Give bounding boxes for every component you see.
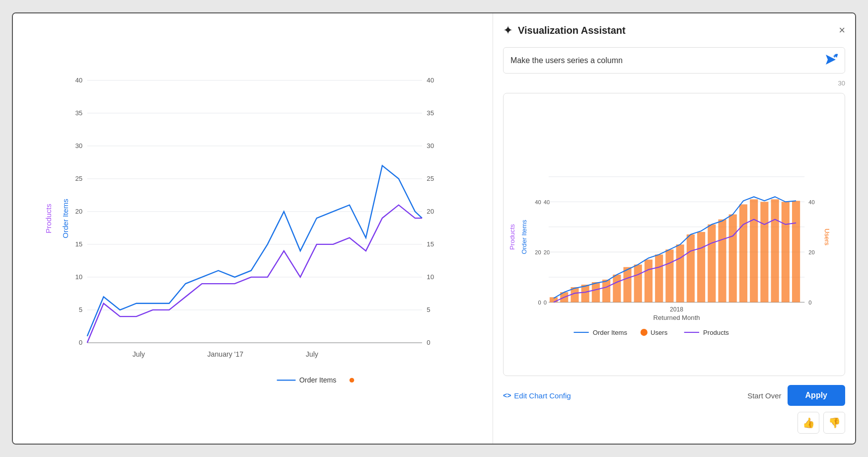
svg-text:Products: Products xyxy=(703,329,729,336)
svg-rect-76 xyxy=(792,201,800,302)
svg-text:25: 25 xyxy=(427,175,434,182)
products-line xyxy=(87,205,422,343)
svg-text:25: 25 xyxy=(75,175,82,182)
panel-footer: <> Edit Chart Config Start Over Apply xyxy=(503,382,845,406)
send-button[interactable] xyxy=(824,53,838,68)
svg-text:5: 5 xyxy=(79,306,82,313)
preview-y-users: Users xyxy=(823,228,831,246)
query-input[interactable]: Make the users series a column xyxy=(510,56,819,65)
apply-button[interactable]: Apply xyxy=(788,385,845,406)
svg-text:January '17: January '17 xyxy=(208,350,244,358)
svg-rect-73 xyxy=(760,202,768,302)
token-count: 30 xyxy=(503,79,845,87)
start-over-button[interactable]: Start Over xyxy=(747,391,781,400)
svg-text:20: 20 xyxy=(544,249,550,255)
preview-y-order-items: Order Items xyxy=(520,220,528,254)
svg-text:Order Items: Order Items xyxy=(299,376,337,384)
panel-header: ✦ Visualization Assistant × xyxy=(503,23,845,41)
svg-text:Users: Users xyxy=(651,329,668,336)
svg-text:40: 40 xyxy=(808,199,814,205)
feedback-row: 👍 👎 xyxy=(503,412,845,434)
chart-preview: Products Order Items 0 20 40 Users 0 20 … xyxy=(503,93,845,376)
users-bars xyxy=(550,199,800,302)
svg-text:0: 0 xyxy=(79,339,82,346)
svg-rect-75 xyxy=(782,202,790,302)
svg-text:0: 0 xyxy=(544,300,547,305)
svg-rect-68 xyxy=(708,225,716,303)
svg-text:20: 20 xyxy=(427,208,434,215)
svg-rect-58 xyxy=(602,280,610,302)
close-button[interactable]: × xyxy=(839,25,845,36)
svg-point-33 xyxy=(350,378,354,382)
svg-rect-67 xyxy=(697,232,705,302)
svg-rect-57 xyxy=(592,282,600,302)
svg-text:10: 10 xyxy=(427,273,434,281)
svg-text:July: July xyxy=(306,350,319,358)
left-y-axis-order-items: Order Items xyxy=(61,199,70,238)
preview-x-tick: 2018 xyxy=(670,306,683,313)
svg-text:20: 20 xyxy=(535,249,541,255)
svg-rect-60 xyxy=(623,267,631,303)
token-count-value: 30 xyxy=(838,79,845,87)
svg-rect-71 xyxy=(739,204,747,302)
svg-text:0: 0 xyxy=(808,300,811,305)
edit-chart-config-button[interactable]: <> Edit Chart Config xyxy=(503,391,571,400)
svg-text:20: 20 xyxy=(808,249,814,255)
svg-text:10: 10 xyxy=(75,273,82,281)
footer-right-actions: Start Over Apply xyxy=(747,385,845,406)
svg-text:40: 40 xyxy=(544,199,550,205)
svg-rect-61 xyxy=(634,265,642,303)
main-container: Products Order Items 0 5 10 15 20 25 30 … xyxy=(12,12,856,445)
svg-rect-69 xyxy=(718,220,726,303)
svg-rect-72 xyxy=(750,199,758,302)
send-icon xyxy=(824,53,838,67)
svg-text:35: 35 xyxy=(427,109,434,117)
visualization-assistant-panel: ✦ Visualization Assistant × Make the use… xyxy=(493,13,855,444)
svg-text:40: 40 xyxy=(427,76,434,84)
svg-text:15: 15 xyxy=(427,240,434,248)
svg-text:40: 40 xyxy=(535,199,541,205)
svg-rect-56 xyxy=(581,285,589,302)
panel-title-group: ✦ Visualization Assistant xyxy=(503,23,626,37)
thumbs-down-button[interactable]: 👎 xyxy=(823,412,845,434)
wand-icon: ✦ xyxy=(503,23,513,37)
order-items-line xyxy=(87,165,422,336)
thumbs-up-button[interactable]: 👍 xyxy=(797,412,819,434)
svg-text:20: 20 xyxy=(75,208,82,215)
svg-rect-63 xyxy=(655,254,663,302)
left-chart-area: Products Order Items 0 5 10 15 20 25 30 … xyxy=(13,13,493,444)
svg-rect-64 xyxy=(665,249,673,302)
svg-rect-66 xyxy=(687,234,695,302)
left-y-axis-products: Products xyxy=(44,204,53,233)
svg-text:30: 30 xyxy=(75,142,82,150)
svg-text:35: 35 xyxy=(75,109,82,117)
preview-x-label: Returned Month xyxy=(653,314,700,321)
preview-products-line xyxy=(554,220,796,303)
preview-order-items-line xyxy=(554,197,796,298)
preview-chart-svg: Products Order Items 0 20 40 Users 0 20 … xyxy=(508,98,840,371)
code-icon: <> xyxy=(503,391,511,399)
svg-text:5: 5 xyxy=(427,306,430,313)
panel-title: Visualization Assistant xyxy=(518,25,626,36)
svg-rect-59 xyxy=(613,275,621,303)
thumbs-up-icon: 👍 xyxy=(802,417,815,429)
input-row: Make the users series a column xyxy=(503,47,845,74)
svg-point-79 xyxy=(641,329,648,336)
svg-rect-74 xyxy=(771,199,779,302)
svg-text:15: 15 xyxy=(75,240,82,248)
svg-text:0: 0 xyxy=(427,339,430,346)
left-chart-svg: Products Order Items 0 5 10 15 20 25 30 … xyxy=(43,23,488,414)
thumbs-down-icon: 👎 xyxy=(828,417,841,429)
svg-text:Order Items: Order Items xyxy=(593,329,628,336)
svg-rect-62 xyxy=(645,260,652,303)
edit-config-label: Edit Chart Config xyxy=(514,391,571,400)
preview-y-products: Products xyxy=(508,224,516,250)
svg-text:30: 30 xyxy=(427,142,434,150)
svg-text:0: 0 xyxy=(538,300,541,305)
svg-text:July: July xyxy=(133,350,145,358)
svg-rect-70 xyxy=(729,215,737,303)
svg-text:40: 40 xyxy=(75,76,82,84)
svg-rect-65 xyxy=(676,244,684,302)
